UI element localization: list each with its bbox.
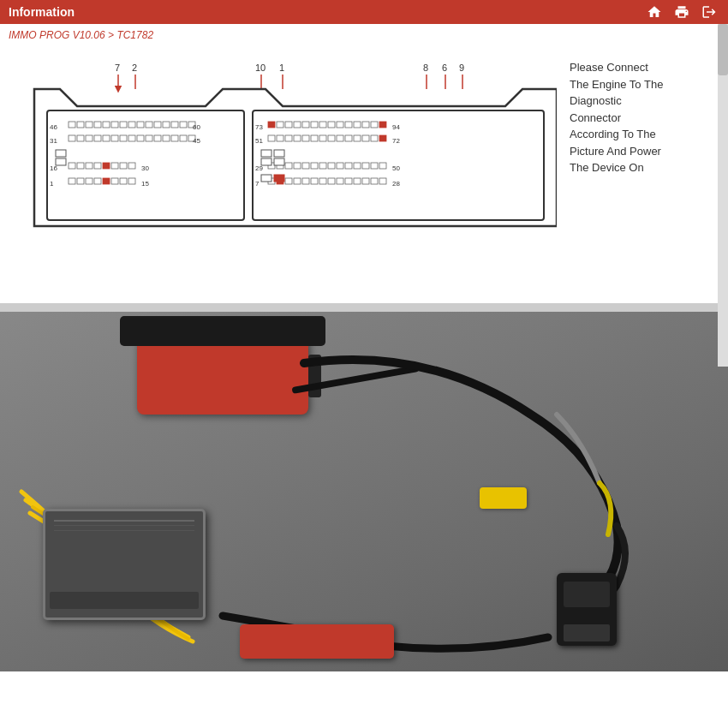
- svg-rect-127: [319, 178, 326, 184]
- svg-rect-75: [285, 122, 292, 128]
- svg-rect-27: [163, 122, 170, 128]
- svg-rect-89: [268, 135, 275, 141]
- svg-rect-16: [69, 122, 75, 128]
- scrollbar-thumb[interactable]: [718, 24, 728, 75]
- svg-rect-84: [362, 122, 369, 128]
- svg-rect-131: [354, 178, 361, 184]
- svg-text:1: 1: [279, 63, 284, 73]
- svg-rect-128: [328, 178, 335, 184]
- header-bar: Information: [0, 0, 728, 24]
- svg-rect-70: [56, 158, 66, 165]
- svg-rect-96: [328, 135, 335, 141]
- svg-rect-76: [294, 122, 301, 128]
- svg-rect-111: [319, 163, 326, 169]
- svg-rect-42: [146, 135, 152, 141]
- svg-rect-136: [261, 150, 272, 157]
- header-actions: [644, 2, 719, 22]
- svg-rect-102: [379, 135, 386, 141]
- svg-rect-91: [285, 135, 292, 141]
- svg-text:15: 15: [141, 180, 149, 188]
- svg-text:7: 7: [115, 63, 120, 73]
- svg-text:73: 73: [255, 123, 263, 131]
- svg-rect-74: [277, 122, 283, 128]
- main-section: 7 2 10 1 8 6 9: [0, 46, 728, 295]
- svg-rect-55: [111, 163, 118, 169]
- svg-rect-18: [86, 122, 92, 128]
- svg-rect-22: [120, 122, 127, 128]
- svg-rect-33: [69, 135, 75, 141]
- svg-text:72: 72: [392, 137, 400, 145]
- page-title: Information: [9, 5, 75, 19]
- svg-rect-66: [120, 178, 127, 184]
- svg-rect-138: [274, 150, 284, 157]
- svg-text:31: 31: [50, 137, 57, 145]
- svg-text:9: 9: [459, 63, 464, 73]
- instruction-line7: The Device On: [570, 161, 644, 174]
- scrollbar-track[interactable]: [718, 24, 728, 367]
- divider: [0, 303, 728, 312]
- svg-rect-24: [137, 122, 144, 128]
- svg-rect-125: [302, 178, 309, 184]
- svg-rect-94: [311, 135, 318, 141]
- svg-text:8: 8: [423, 63, 428, 73]
- svg-rect-117: [371, 163, 378, 169]
- svg-text:1: 1: [50, 180, 54, 188]
- svg-text:94: 94: [392, 123, 400, 131]
- svg-rect-34: [77, 135, 84, 141]
- connector-diagram: 7 2 10 1 8 6 9: [9, 59, 557, 248]
- exit-icon[interactable]: [699, 2, 719, 22]
- svg-rect-86: [379, 122, 386, 128]
- svg-rect-99: [354, 135, 361, 141]
- svg-rect-133: [371, 178, 378, 184]
- svg-rect-61: [77, 178, 84, 184]
- svg-rect-29: [180, 122, 187, 128]
- svg-rect-69: [56, 150, 66, 157]
- svg-rect-44: [163, 135, 170, 141]
- svg-rect-132: [362, 178, 369, 184]
- svg-rect-26: [154, 122, 161, 128]
- instruction-line4: Connector: [570, 111, 621, 124]
- svg-text:7: 7: [255, 180, 260, 188]
- svg-rect-38: [111, 135, 118, 141]
- home-icon[interactable]: [644, 2, 665, 22]
- print-icon[interactable]: [671, 2, 692, 22]
- svg-rect-17: [77, 122, 84, 128]
- svg-rect-115: [354, 163, 361, 169]
- svg-rect-90: [277, 135, 283, 141]
- svg-rect-21: [111, 122, 118, 128]
- svg-text:28: 28: [392, 180, 400, 188]
- svg-rect-139: [274, 158, 284, 165]
- instruction-line3: Diagnostic: [570, 94, 622, 107]
- svg-rect-140: [261, 175, 272, 182]
- svg-rect-95: [319, 135, 326, 141]
- svg-rect-52: [86, 163, 92, 169]
- svg-rect-25: [146, 122, 152, 128]
- svg-rect-40: [128, 135, 135, 141]
- svg-rect-23: [128, 122, 135, 128]
- svg-rect-80: [328, 122, 335, 128]
- svg-rect-35: [86, 135, 92, 141]
- svg-rect-65: [111, 178, 118, 184]
- svg-text:50: 50: [392, 164, 400, 172]
- svg-text:60: 60: [193, 123, 200, 131]
- svg-text:30: 30: [141, 164, 149, 172]
- svg-text:10: 10: [255, 63, 266, 73]
- svg-rect-37: [103, 135, 110, 141]
- svg-rect-98: [345, 135, 352, 141]
- svg-text:45: 45: [193, 137, 200, 145]
- svg-rect-57: [128, 163, 135, 169]
- svg-text:2: 2: [132, 63, 137, 73]
- red-device: [137, 337, 308, 415]
- svg-rect-108: [294, 163, 301, 169]
- svg-rect-67: [128, 178, 135, 184]
- svg-rect-112: [328, 163, 335, 169]
- svg-rect-109: [302, 163, 309, 169]
- svg-rect-123: [285, 178, 292, 184]
- svg-rect-39: [120, 135, 127, 141]
- svg-rect-124: [294, 178, 301, 184]
- svg-rect-43: [154, 135, 161, 141]
- svg-text:6: 6: [442, 63, 447, 73]
- svg-rect-60: [69, 178, 75, 184]
- svg-rect-77: [302, 122, 309, 128]
- svg-rect-51: [77, 163, 84, 169]
